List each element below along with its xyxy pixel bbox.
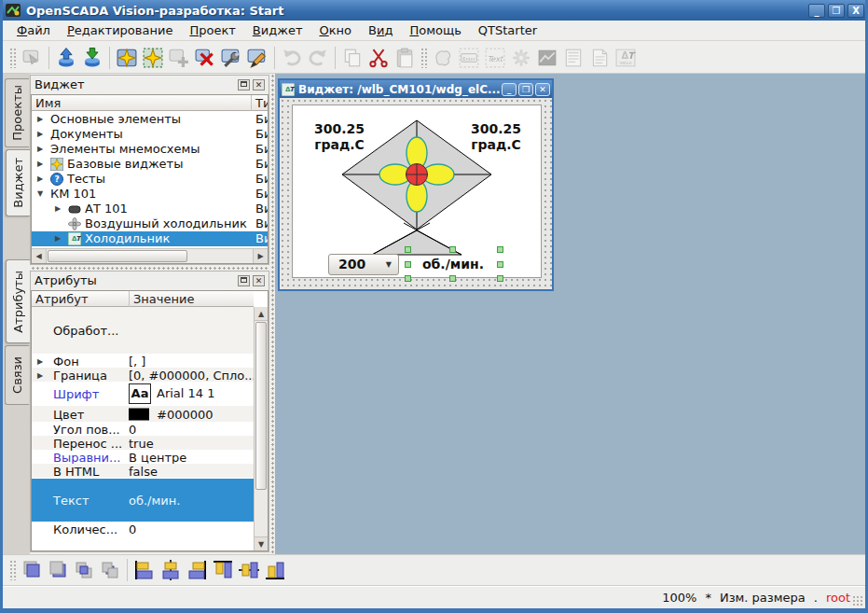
resize-handle[interactable] [497,246,503,253]
visual-item-properties-button[interactable] [218,45,244,71]
tree-row[interactable]: Воздушный холодильник Ви [32,216,268,231]
add-visual-item-button[interactable] [166,45,192,71]
toolbar-grip[interactable] [9,560,16,580]
attr-row[interactable]: Перенос ... true [32,436,254,450]
resize-handle[interactable] [405,246,411,253]
tree-row[interactable]: ▶ ? Тесты Би [32,172,268,187]
resize-handle[interactable] [449,246,456,253]
rise-widget-button[interactable] [19,557,45,583]
run-visual-item-button[interactable] [19,45,45,71]
tab-attributes[interactable]: Атрибуты [6,259,30,343]
lower-widget-button[interactable] [45,557,71,583]
widget-canvas[interactable]: 300.25град.С 300.25град.С [292,104,542,278]
mdi-close-button[interactable]: ✕ [535,83,550,96]
font-picker-button[interactable]: Aa [129,383,151,404]
expand-arrow-icon[interactable]: ▶ [52,202,63,216]
delete-visual-item-button[interactable] [192,45,218,71]
expand-arrow-icon[interactable]: ▶ [52,231,63,246]
attr-row[interactable]: Угол пов... 0 [32,422,254,436]
align-right-button[interactable] [184,557,210,583]
tree-row[interactable]: ▼ КМ 101 Би [32,187,268,202]
resize-handle[interactable] [449,275,456,282]
minimize-button[interactable]: _ [808,4,825,18]
collapse-arrow-icon[interactable]: ▼ [34,187,46,202]
document-widget-button[interactable] [586,45,613,71]
tab-widget[interactable]: Виджет [6,149,30,216]
attr-row[interactable]: В HTML false [32,464,254,478]
scroll-right-icon[interactable]: ▶ [253,249,268,263]
selected-text-widget[interactable]: об./мин. [413,253,493,275]
align-h-center-button[interactable] [158,557,184,583]
align-left-button[interactable] [131,557,158,583]
mdi-titlebar[interactable]: ΔT Виджет: /wlb_CM101/wdg_elC... _ ❒ ✕ [280,80,552,98]
tree-row[interactable]: ▶ Базовые виджеты Би [32,157,268,172]
column-attribute[interactable]: Атрибут [35,291,88,307]
horizontal-scrollbar[interactable]: ◀ ▶ [32,248,268,263]
align-bottom-button[interactable] [262,557,288,583]
expand-arrow-icon[interactable]: ▶ [34,157,46,172]
redo-button[interactable] [305,45,331,71]
resize-handle[interactable] [405,261,411,268]
column-name[interactable]: Имя [35,95,61,111]
status-user[interactable]: root [826,591,850,605]
save-to-db-button[interactable] [79,45,105,71]
attr-row-text-selected[interactable]: Текст об./мин. [32,479,254,522]
tab-projects[interactable]: Проекты [5,78,29,147]
scroll-left-icon[interactable]: ◀ [32,249,47,263]
menu-file[interactable]: Файл [8,21,59,39]
close-panel-button[interactable]: ✕ [253,275,265,286]
align-v-center-button[interactable] [236,557,262,583]
mdi-maximize-button[interactable]: ❒ [518,83,533,96]
menu-help[interactable]: Помощь [401,21,469,39]
attr-row[interactable]: ▶ Граница [0, #000000, Спло... [32,368,254,382]
maximize-button[interactable]: ❒ [828,4,845,18]
menu-project[interactable]: Проект [181,21,243,39]
down-widget-button[interactable] [97,557,123,583]
mdi-minimize-button[interactable]: _ [502,83,517,96]
new-library-button[interactable] [140,45,166,71]
scrollbar-thumb[interactable] [255,322,267,490]
tree-column-header[interactable]: Имя Тип [32,95,268,111]
expand-arrow-icon[interactable]: ▶ [34,112,46,127]
expand-arrow-icon[interactable]: ▶ [34,142,46,157]
load-from-db-button[interactable] [53,45,79,71]
tree-row[interactable]: ▶ Элементы мнемосхемы Би [32,142,268,157]
menu-edit[interactable]: Редактирование [59,21,181,39]
float-panel-button[interactable] [238,79,250,91]
resize-handle[interactable] [405,275,411,282]
value-widget-button[interactable]: ΔTValue [613,45,639,71]
menu-view[interactable]: Вид [360,21,401,39]
vertical-scrollbar[interactable]: ▲ ▼ [254,307,268,550]
toolbar-grip[interactable] [9,48,16,68]
scrollbar-thumb[interactable] [48,250,187,262]
new-visual-item-button[interactable] [114,45,140,71]
formel-widget-button[interactable]: Enter [456,45,482,71]
resize-handle[interactable] [497,261,503,268]
expand-arrow-icon[interactable]: ▶ [34,127,46,142]
attr-row[interactable]: Обработ... [32,307,254,354]
expand-arrow-icon[interactable]: ▶ [34,172,46,187]
attr-column-header[interactable]: Атрибут Значение [32,291,254,307]
widget-editor-window[interactable]: ΔT Виджет: /wlb_CM101/wdg_elC... _ ❒ ✕ 3… [278,78,554,291]
resize-grip[interactable] [852,595,863,606]
elfigure-widget-button[interactable] [430,45,456,71]
tab-links[interactable]: Связи [5,345,29,405]
scroll-up-icon[interactable]: ▲ [255,307,268,321]
media-widget-button[interactable] [508,45,534,71]
align-top-button[interactable] [210,557,236,583]
menu-widget[interactable]: Виджет [244,21,311,39]
widget-edit-grid[interactable]: 300.25град.С 300.25град.С [280,98,552,289]
undo-button[interactable] [279,45,305,71]
attr-row-font[interactable]: Шрифт AaArial 14 1 [32,382,254,406]
copy-item-button[interactable] [339,45,365,71]
close-panel-button[interactable]: ✕ [253,79,265,91]
paste-item-button[interactable] [392,45,418,71]
toolbar-grip[interactable] [420,48,427,68]
column-type[interactable]: Тип [251,95,269,111]
text-widget-button[interactable]: Text [482,45,508,71]
diagram-widget-button[interactable] [534,45,560,71]
rpm-combobox[interactable]: 200 ▼ [328,254,399,275]
scroll-down-icon[interactable]: ▼ [255,536,268,550]
cut-item-button[interactable] [365,45,392,71]
tree-row-selected[interactable]: ▶ ΔT Холодильник Ви [32,231,268,246]
